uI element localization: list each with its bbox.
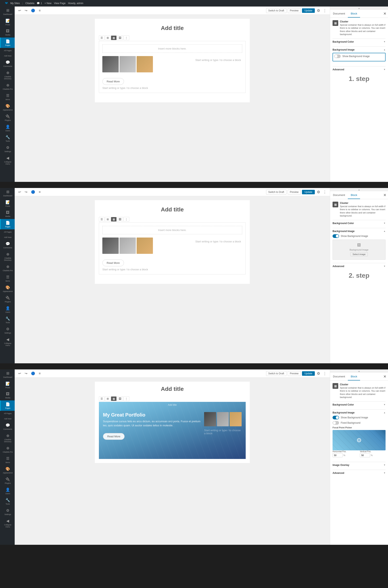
s3-citadela-dir[interactable]: ⊕Citadela Directory (0, 432, 15, 444)
switch-draft-btn-2[interactable]: Switch to Draft (266, 190, 287, 194)
show-bg-toggle-2[interactable] (333, 234, 339, 238)
undo-button[interactable]: ↩ (17, 8, 22, 13)
advanced-header-3[interactable]: Advanced ▼ (333, 470, 386, 476)
inspector-close-btn-1[interactable]: ✕ (382, 10, 388, 18)
redo-btn-2[interactable]: ↪ (24, 189, 28, 195)
switch-to-draft-button-1[interactable]: Switch to Draft (266, 8, 287, 13)
s2-collapse[interactable]: ◀Collapse menu (0, 336, 15, 348)
sidebar-item-media[interactable]: 🖼Media (0, 27, 15, 38)
wp-logo[interactable]: ❤ (5, 1, 8, 5)
more-btn-2[interactable]: ⋮ (322, 189, 327, 195)
bg-color-header-1[interactable]: Background Color ▼ (333, 39, 386, 45)
preview-button-1[interactable]: Preview (288, 8, 301, 13)
v-pos-input[interactable] (360, 453, 370, 457)
sidebar-item-citadela-pro[interactable]: ⊕Citadela Pro (0, 81, 15, 92)
block-more-3[interactable]: ⋮ (123, 396, 129, 401)
sidebar-item-appearance[interactable]: 🎨Appearance (0, 102, 15, 113)
sidebar-item-settings[interactable]: ⚙Settings (0, 144, 15, 154)
block-grid-3[interactable]: ⊞ (105, 396, 111, 401)
block-list-3[interactable]: ☰ (99, 396, 105, 401)
s3-media[interactable]: 🖼Media (0, 390, 15, 400)
s3-collapse[interactable]: ◀Collapse menu (0, 517, 15, 529)
settings-btn-2[interactable]: ⚙ (316, 189, 321, 195)
read-more-button-1[interactable]: Read More (102, 78, 124, 85)
s2-media[interactable]: 🖼Media (0, 209, 15, 219)
s3-items[interactable]: ☰Items (0, 455, 15, 465)
tools-btn-3[interactable]: ≡ (38, 371, 42, 376)
sidebar-item-citadela-dir[interactable]: ⊕Citadela Directory (0, 69, 15, 81)
fixed-bg-toggle-3[interactable] (333, 421, 339, 425)
bg-image-header-2[interactable]: Background Image ▲ (333, 228, 386, 234)
content-structure-button[interactable]: 🔵 (30, 8, 36, 13)
advanced-header-1[interactable]: Advanced ▼ (333, 67, 386, 72)
bg-image-header-3[interactable]: Background Image ▲ (333, 410, 386, 416)
inspector-close-btn-3[interactable]: ✕ (382, 373, 388, 380)
structure-btn-3[interactable]: 🔵 (30, 371, 36, 376)
block-list-view-btn[interactable]: ☰ (99, 35, 105, 40)
block-img-2[interactable]: 🖼 (117, 217, 123, 222)
s3-users[interactable]: 👤Users (0, 486, 15, 496)
s3-pages-addnew[interactable]: Add New (0, 416, 15, 422)
sidebar-item-comments[interactable]: 💬Comments (0, 59, 15, 69)
s2-pages-all[interactable]: All Pages (0, 229, 15, 235)
sidebar-item-pages-all[interactable]: All Pages (0, 48, 15, 53)
block-more-2[interactable]: ⋮ (123, 217, 129, 222)
tab-block-1[interactable]: Block (348, 10, 360, 18)
tab-block-2[interactable]: Block (348, 191, 360, 199)
focal-point-dot-3[interactable] (357, 438, 361, 442)
bg-color-header-2[interactable]: Background Color ▼ (333, 220, 386, 226)
s2-tools[interactable]: 🔧Tools (0, 315, 15, 325)
s2-settings[interactable]: ⚙Settings (0, 325, 15, 336)
s2-users[interactable]: 👤Users (0, 305, 15, 315)
s2-plugins[interactable]: 🔌Plugins (0, 294, 15, 305)
block-grid-view-btn[interactable]: ⊞ (105, 35, 111, 40)
tab-document-3[interactable]: Document (330, 373, 348, 380)
block-img-3[interactable]: 🖼 (117, 396, 123, 401)
block-active-3[interactable]: ▦ (111, 396, 117, 401)
s3-posts[interactable]: 📝Posts (0, 380, 15, 390)
block-img-view-btn[interactable]: 🖼 (117, 35, 123, 40)
sidebar-item-pages[interactable]: 📄Pages (0, 38, 15, 48)
s3-settings[interactable]: ⚙Settings (0, 507, 15, 517)
s3-citadela-pro[interactable]: ⊕Citadela Pro (0, 444, 15, 455)
advanced-header-2[interactable]: Advanced ▼ (333, 263, 386, 269)
insert-blocks-placeholder-2[interactable]: Insert more blocks here. (102, 226, 242, 234)
insert-blocks-placeholder-1[interactable]: Insert more blocks here. (102, 45, 242, 53)
insert-blocks-3[interactable]: Add title (99, 402, 246, 408)
tab-document-1[interactable]: Document (330, 10, 348, 18)
show-bg-toggle-1[interactable] (334, 54, 341, 58)
s2-dashboard[interactable]: ⊞Dashboard (0, 188, 15, 198)
s2-posts[interactable]: 📝Posts (0, 198, 15, 209)
read-more-btn-3[interactable]: Read More (103, 433, 124, 440)
s3-comments[interactable]: 💬Comments (0, 422, 15, 432)
settings-btn-3[interactable]: ⚙ (316, 371, 321, 376)
image-overlay-header[interactable]: Image Overlay ▼ (333, 462, 386, 468)
tools-btn-2[interactable]: ≡ (38, 189, 42, 195)
sidebar-item-pages-addnew[interactable]: Add New (0, 53, 15, 59)
s2-items[interactable]: ☰Items (0, 273, 15, 283)
update-button-1[interactable]: Update (302, 8, 315, 13)
site-name-link[interactable]: Citadela (25, 2, 34, 5)
redo-btn-3[interactable]: ↪ (24, 371, 28, 376)
preview-btn-2[interactable]: Preview (288, 190, 301, 194)
more-options-button-1[interactable]: ⋮ (322, 7, 327, 14)
select-image-btn-2[interactable]: Select image (350, 252, 368, 256)
s3-appearance[interactable]: 🎨Appearance (0, 465, 15, 475)
show-bg-toggle-3[interactable] (333, 416, 339, 419)
read-more-btn-2[interactable]: Read More (102, 259, 124, 266)
structure-btn-2[interactable]: 🔵 (30, 189, 36, 195)
sidebar-item-users[interactable]: 👤Users (0, 123, 15, 133)
s2-pages-addnew[interactable]: Add New (0, 235, 15, 240)
s3-pages[interactable]: 📄Pages (0, 400, 15, 411)
focal-point-image-3[interactable] (333, 430, 386, 450)
sidebar-item-plugins[interactable]: 🔌Plugins (0, 113, 15, 123)
bg-color-header-3[interactable]: Background Color ▼ (333, 402, 386, 408)
preview-btn-3[interactable]: Preview (288, 371, 301, 376)
update-btn-2[interactable]: Update (302, 190, 315, 194)
sidebar-item-collapse[interactable]: ◀Collapse menu (0, 154, 15, 166)
s2-citadela-pro[interactable]: ⊕Citadela Pro (0, 263, 15, 273)
s2-pages[interactable]: 📄Pages (0, 219, 15, 229)
settings-button-1[interactable]: ⚙ (316, 7, 321, 14)
s2-appearance[interactable]: 🎨Appearance (0, 283, 15, 294)
s3-plugins[interactable]: 🔌Plugins (0, 475, 15, 486)
